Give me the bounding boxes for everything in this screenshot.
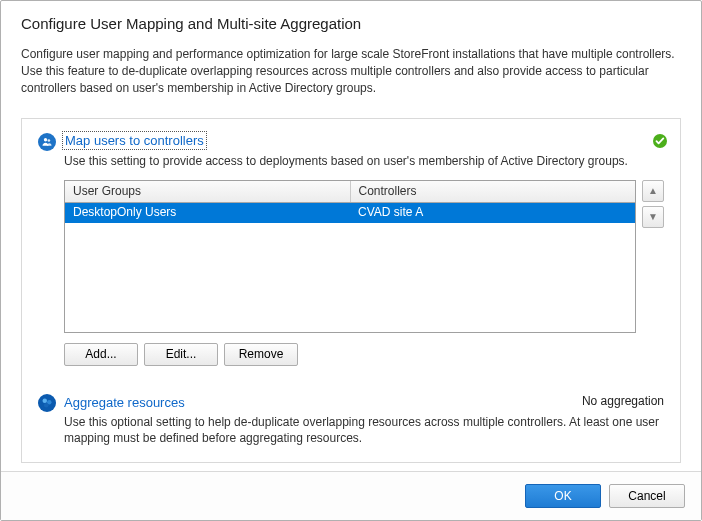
reorder-arrows: ▲ ▼ [642,180,664,333]
mapping-button-row: Add... Edit... Remove [64,343,664,366]
cell-controllers: CVAD site A [350,203,635,223]
table-body: DesktopOnly Users CVAD site A [65,203,635,332]
mapping-table[interactable]: User Groups Controllers DesktopOnly User… [64,180,636,333]
dialog-title: Configure User Mapping and Multi-site Ag… [1,1,701,36]
col-header-user-groups[interactable]: User Groups [65,181,351,202]
aggregate-icon [38,394,56,412]
mapping-desc: Use this setting to provide access to de… [64,153,664,169]
aggregate-status: No aggregation [582,394,664,408]
edit-button[interactable]: Edit... [144,343,218,366]
dialog-intro: Configure user mapping and performance o… [1,36,701,102]
mapping-grid-wrap: User Groups Controllers DesktopOnly User… [64,180,664,333]
aggregate-desc: Use this optional setting to help de-dup… [64,414,664,446]
move-down-button[interactable]: ▼ [642,206,664,228]
ok-button[interactable]: OK [525,484,601,508]
svg-point-3 [43,398,48,403]
table-header: User Groups Controllers [65,181,635,203]
move-up-button[interactable]: ▲ [642,180,664,202]
check-icon [652,133,668,149]
main-panel: Map users to controllers Use this settin… [21,118,681,463]
mapping-section-head: Map users to controllers [38,133,664,151]
cell-user-group: DesktopOnly Users [65,203,350,223]
map-users-link[interactable]: Map users to controllers [64,133,205,148]
dialog-footer: OK Cancel [1,471,701,520]
table-row[interactable]: DesktopOnly Users CVAD site A [65,203,635,223]
aggregate-section-head: Aggregate resources No aggregation [38,394,664,412]
add-button[interactable]: Add... [64,343,138,366]
users-icon [38,133,56,151]
chevron-down-icon: ▼ [648,211,658,222]
cancel-button[interactable]: Cancel [609,484,685,508]
col-header-controllers[interactable]: Controllers [351,181,636,202]
aggregate-link[interactable]: Aggregate resources [64,395,185,410]
svg-point-0 [44,138,47,141]
svg-point-5 [44,403,49,408]
dialog-window: Configure User Mapping and Multi-site Ag… [0,0,702,521]
svg-point-1 [48,140,51,143]
remove-button[interactable]: Remove [224,343,298,366]
chevron-up-icon: ▲ [648,185,658,196]
